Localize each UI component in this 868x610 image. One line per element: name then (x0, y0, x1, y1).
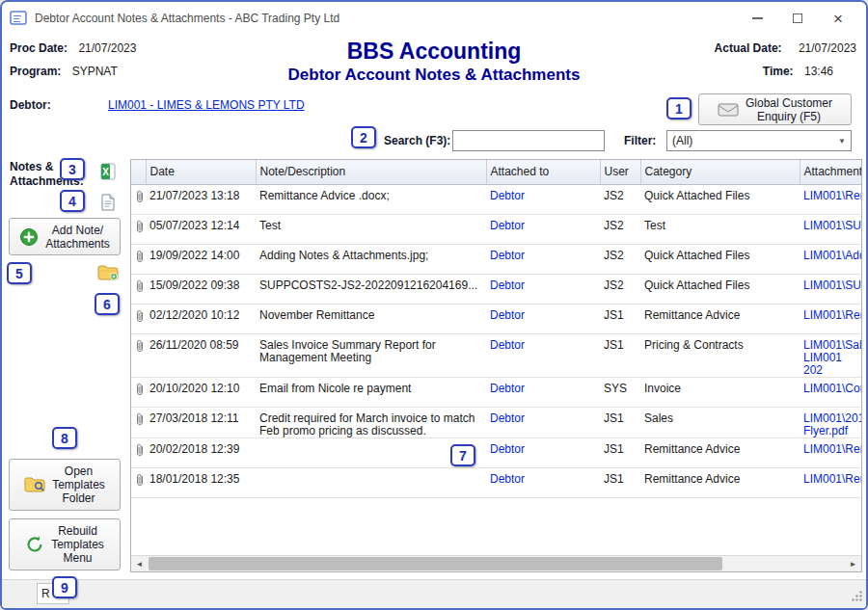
callout-3: 3 (60, 158, 85, 180)
scroll-right-arrow[interactable]: ► (845, 556, 861, 571)
note-description: Remittance Advice .docx; (256, 184, 486, 214)
attachment-link[interactable]: LIM001\Rem (803, 308, 861, 322)
attachment-link[interactable]: LIM001\SUP (803, 278, 861, 292)
table-row[interactable]: 27/03/2018 12:11 Credit required for Mar… (131, 407, 861, 438)
paperclip-icon (135, 342, 145, 356)
global-customer-enquiry-button[interactable]: Global Customer Enquiry (F5) (698, 93, 852, 125)
debtor-account-link[interactable]: LIM001 - LIMES & LEMONS PTY LTD (108, 98, 305, 112)
screen-title: Debtor Account Notes & Attachments (2, 66, 866, 85)
paperclip-icon (135, 415, 145, 429)
actual-date-label: Actual Date: (715, 41, 782, 55)
note-date: 02/12/2020 10:12 (146, 304, 256, 333)
add-note-attachments-button[interactable]: Add Note/ Attachments (9, 218, 121, 255)
note-description: Test (256, 214, 486, 244)
attachment-link[interactable]: LIM001\Rem (803, 442, 861, 456)
new-note-button[interactable] (96, 192, 120, 215)
time-row: Time: 13:46 (763, 65, 833, 78)
table-row[interactable]: 26/11/2020 08:59 Sales Invoice Summary R… (131, 333, 861, 377)
attached-to-link[interactable]: Debtor (490, 411, 525, 425)
table-row[interactable]: 19/09/2022 14:00 Adding Notes & Attachme… (131, 244, 861, 274)
note-category: Remittance Advice (640, 467, 800, 497)
maximize-icon (793, 13, 802, 23)
attachment-link[interactable]: LIM001\Sale LIM001 202 (803, 338, 861, 377)
attached-to-link[interactable]: Debtor (490, 219, 525, 232)
attached-to-link[interactable]: Debtor (490, 308, 525, 322)
attachment-link[interactable]: LIM001\201 Flyer.pdf (803, 411, 861, 438)
note-description: Adding Notes & Attachments.jpg; (256, 244, 486, 274)
minimize-icon (752, 17, 763, 19)
quick-attach-folder-button[interactable] (96, 262, 120, 285)
column-header-attachment-flag[interactable] (131, 160, 146, 184)
open-templates-folder-button[interactable]: Open Templates Folder (9, 459, 121, 511)
note-category: Quick Attached Files (640, 244, 800, 274)
column-header-attached-to[interactable]: Attached to (486, 160, 600, 184)
column-header-attachment[interactable]: Attachment (800, 160, 861, 184)
table-row[interactable]: 18/01/2018 12:35 Debtor JS1 Remittance A… (131, 467, 861, 497)
add-note-label: Add Note/ Attachments (45, 224, 110, 251)
search-input[interactable] (452, 130, 605, 151)
table-row[interactable]: 20/02/2018 12:39 Debtor JS1 Remittance A… (131, 438, 861, 467)
note-description: November Remittance (256, 304, 486, 333)
attached-to-link[interactable]: Debtor (490, 382, 525, 395)
close-button[interactable]: × (818, 4, 858, 33)
time-label: Time: (763, 65, 794, 78)
table-row[interactable]: 02/12/2020 10:12 November Remittance Deb… (131, 304, 861, 333)
attached-to-link[interactable]: Debtor (490, 189, 525, 202)
attachment-link[interactable]: LIM001\Con (803, 382, 861, 395)
filter-selected-value: (All) (672, 134, 692, 147)
attachment-link[interactable]: LIM001\Add (803, 249, 861, 262)
column-header-date[interactable]: Date (146, 160, 256, 184)
column-header-description[interactable]: Note/Description (256, 160, 486, 184)
attachment-link[interactable]: LIM001\Rem (803, 472, 861, 486)
paperclip-icon (135, 476, 145, 490)
resize-grip-icon[interactable] (851, 590, 863, 605)
attachment-link[interactable]: LIM001\SUP (803, 219, 861, 232)
document-icon (100, 194, 116, 214)
note-date: 27/03/2018 12:11 (146, 407, 256, 438)
note-category: Invoice (640, 377, 800, 407)
note-date: 18/01/2018 12:35 (146, 467, 256, 497)
table-row[interactable]: 20/10/2020 12:10 Email from Nicole re pa… (131, 377, 861, 407)
time-value: 13:46 (804, 65, 833, 78)
note-category: Quick Attached Files (640, 274, 800, 304)
svg-text:X: X (102, 167, 109, 177)
attachment-link[interactable]: LIM001\Rem (803, 189, 861, 202)
table-row[interactable]: 15/09/2022 09:38 SUPPCOSTS2-JS2-20220912… (131, 274, 861, 304)
export-excel-button[interactable]: X (96, 161, 120, 184)
rebuild-templates-label: Rebuild Templates Menu (51, 524, 104, 565)
note-user: JS1 (600, 407, 640, 438)
add-plus-icon (19, 227, 39, 247)
scrollbar-thumb[interactable] (149, 557, 722, 570)
templates-folder-icon (24, 476, 45, 493)
actual-date-row: Actual Date: 21/07/2023 (715, 41, 856, 55)
column-header-user[interactable]: User (600, 160, 640, 184)
table-row[interactable]: 21/07/2023 13:18 Remittance Advice .docx… (131, 184, 861, 214)
filter-dropdown[interactable]: (All) ▼ (666, 130, 852, 151)
rebuild-refresh-icon (25, 535, 44, 554)
callout-6: 6 (95, 293, 120, 315)
attached-to-link[interactable]: Debtor (490, 472, 525, 486)
callout-4: 4 (60, 190, 85, 212)
note-user: JS2 (600, 184, 640, 214)
note-date: 19/09/2022 14:00 (146, 244, 256, 274)
note-description (256, 467, 486, 497)
callout-8: 8 (52, 427, 77, 449)
paperclip-icon (135, 223, 145, 236)
attached-to-link[interactable]: Debtor (490, 338, 525, 352)
attached-to-link[interactable]: Debtor (490, 249, 525, 262)
note-date: 05/07/2023 12:14 (146, 214, 256, 244)
minimize-button[interactable] (737, 4, 777, 33)
attached-to-link[interactable]: Debtor (490, 278, 525, 292)
notes-attachments-section-label: Notes & Attachments: (10, 160, 98, 189)
rebuild-templates-menu-button[interactable]: Rebuild Templates Menu (9, 518, 121, 570)
horizontal-scrollbar[interactable]: ◄ ► (131, 555, 861, 571)
scroll-left-arrow[interactable]: ◄ (131, 556, 148, 571)
note-description: Sales Invoice Summary Report for Managem… (256, 333, 486, 377)
chevron-down-icon: ▼ (838, 137, 851, 146)
table-row[interactable]: 05/07/2023 12:14 Test Debtor JS2 Test LI… (131, 214, 861, 244)
search-label: Search (F3): (384, 134, 450, 147)
attached-to-link[interactable]: Debtor (490, 442, 525, 456)
paperclip-icon (135, 385, 145, 399)
column-header-category[interactable]: Category (640, 160, 800, 184)
maximize-button[interactable] (777, 4, 818, 33)
